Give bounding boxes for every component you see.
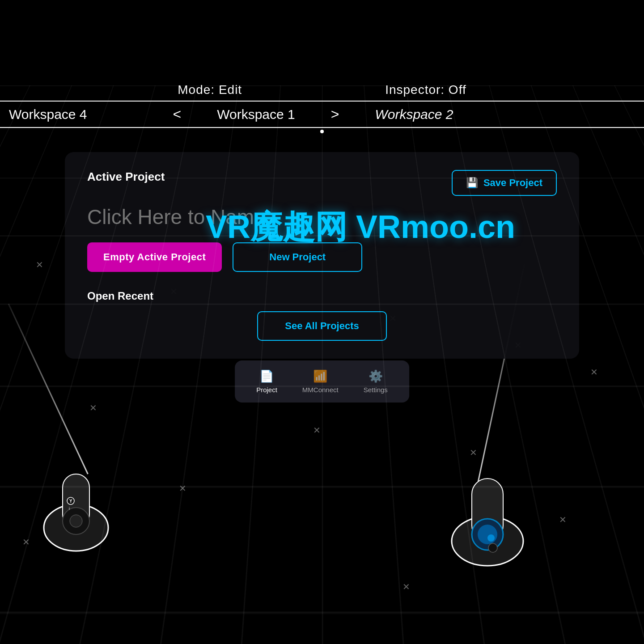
x-mark: ✕ — [559, 514, 567, 525]
svg-point-3 — [70, 515, 82, 527]
project-name-input[interactable] — [87, 205, 557, 229]
x-mark: ✕ — [313, 425, 321, 436]
grid-background — [0, 0, 644, 85]
top-bar: Mode: Edit Inspector: Off Workspace 4 < … — [0, 83, 644, 128]
top-info-row: Mode: Edit Inspector: Off — [178, 83, 466, 97]
mode-label: Mode: Edit — [178, 83, 242, 97]
x-mark: ✕ — [89, 402, 97, 413]
panel-header: Active Project 💾 Save Project — [87, 170, 557, 196]
x-mark: ✕ — [36, 259, 43, 270]
see-all-projects-button[interactable]: See All Projects — [257, 311, 386, 341]
controller-left: Y i — [36, 438, 116, 555]
new-project-button[interactable]: New Project — [233, 242, 362, 272]
main-panel: Active Project 💾 Save Project Empty Acti… — [65, 152, 579, 359]
svg-point-12 — [488, 543, 497, 552]
empty-active-project-button[interactable]: Empty Active Project — [87, 242, 222, 272]
tab-settings[interactable]: ⚙️ Settings — [351, 365, 400, 398]
x-mark: ✕ — [590, 367, 598, 377]
workspace-next-arrow[interactable]: > — [322, 106, 348, 123]
svg-point-11 — [487, 534, 495, 542]
tab-project[interactable]: 📄 Project — [244, 365, 290, 398]
mmconnect-tab-icon: 📶 — [313, 369, 327, 383]
svg-text:Y: Y — [69, 499, 72, 504]
workspace-4-label: Workspace 4 — [0, 107, 96, 122]
save-project-button[interactable]: 💾 Save Project — [452, 170, 557, 196]
svg-point-10 — [478, 525, 497, 544]
active-project-label: Active Project — [87, 170, 165, 184]
workspace-2-label[interactable]: Workspace 2 — [348, 107, 480, 122]
workspace-prev-arrow[interactable]: < — [164, 106, 191, 123]
mmconnect-tab-label: MMConnect — [302, 386, 339, 394]
bottom-tab-bar: 📄 Project 📶 MMConnect ⚙️ Settings — [235, 360, 409, 402]
open-recent-label: Open Recent — [87, 290, 557, 302]
controller-right — [443, 438, 532, 572]
save-icon: 💾 — [466, 177, 478, 189]
x-mark: ✕ — [402, 581, 410, 592]
workspace-dot — [320, 130, 324, 133]
x-mark: ✕ — [22, 537, 30, 547]
x-mark: ✕ — [179, 483, 186, 494]
svg-text:i: i — [69, 506, 70, 511]
project-tab-label: Project — [256, 386, 277, 394]
tab-mmconnect[interactable]: 📶 MMConnect — [290, 365, 351, 398]
settings-tab-icon: ⚙️ — [369, 369, 383, 383]
workspace-bar: Workspace 4 < Workspace 1 > Workspace 2 — [0, 101, 644, 128]
action-buttons-row: Empty Active Project New Project — [87, 242, 557, 272]
workspace-current-label[interactable]: Workspace 1 — [190, 107, 322, 122]
save-project-label: Save Project — [483, 177, 542, 189]
settings-tab-label: Settings — [364, 386, 388, 394]
project-tab-icon: 📄 — [259, 369, 274, 383]
inspector-label: Inspector: Off — [385, 83, 466, 97]
